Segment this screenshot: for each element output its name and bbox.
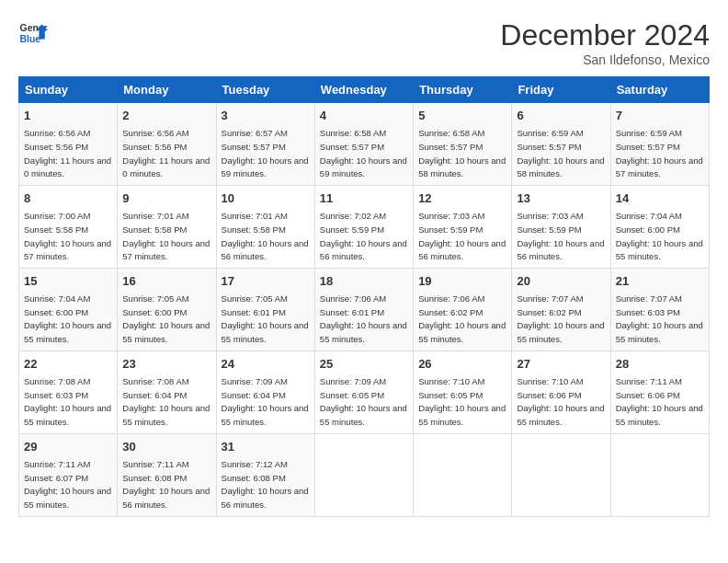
weekday-header-wednesday: Wednesday: [314, 77, 413, 103]
weekday-header-row: SundayMondayTuesdayWednesdayThursdayFrid…: [19, 77, 710, 103]
day-info: Sunrise: 6:56 AMSunset: 5:56 PMDaylight:…: [122, 128, 210, 178]
calendar-cell: 2 Sunrise: 6:56 AMSunset: 5:56 PMDayligh…: [118, 103, 216, 186]
day-info: Sunrise: 7:08 AMSunset: 6:03 PMDaylight:…: [24, 376, 111, 427]
day-info: Sunrise: 7:06 AMSunset: 6:02 PMDaylight:…: [418, 293, 506, 344]
day-number: 1: [24, 108, 112, 124]
day-number: 6: [517, 108, 605, 124]
day-number: 19: [418, 273, 506, 290]
calendar-cell: 31 Sunrise: 7:12 AMSunset: 6:08 PMDaylig…: [216, 433, 314, 516]
day-info: Sunrise: 7:12 AMSunset: 6:08 PMDaylight:…: [222, 459, 309, 510]
calendar-table: SundayMondayTuesdayWednesdayThursdayFrid…: [18, 76, 710, 517]
day-info: Sunrise: 7:05 AMSunset: 6:01 PMDaylight:…: [222, 293, 309, 344]
day-info: Sunrise: 6:58 AMSunset: 5:57 PMDaylight:…: [418, 128, 506, 178]
calendar-week-row: 8 Sunrise: 7:00 AMSunset: 5:58 PMDayligh…: [19, 185, 710, 268]
calendar-cell: 7 Sunrise: 6:59 AMSunset: 5:57 PMDayligh…: [610, 103, 709, 186]
day-info: Sunrise: 7:02 AMSunset: 5:59 PMDaylight:…: [320, 211, 407, 261]
calendar-cell: 24 Sunrise: 7:09 AMSunset: 6:04 PMDaylig…: [216, 350, 314, 433]
calendar-cell: 13 Sunrise: 7:03 AMSunset: 5:59 PMDaylig…: [512, 185, 610, 268]
calendar-cell: 11 Sunrise: 7:02 AMSunset: 5:59 PMDaylig…: [314, 185, 413, 268]
day-info: Sunrise: 7:01 AMSunset: 5:58 PMDaylight:…: [122, 211, 210, 261]
calendar-cell: 26 Sunrise: 7:10 AMSunset: 6:05 PMDaylig…: [414, 350, 512, 433]
weekday-header-saturday: Saturday: [610, 77, 709, 103]
calendar-cell: [314, 433, 413, 516]
day-info: Sunrise: 7:01 AMSunset: 5:58 PMDaylight:…: [222, 211, 309, 261]
day-number: 10: [222, 190, 310, 207]
calendar-cell: 14 Sunrise: 7:04 AMSunset: 6:00 PMDaylig…: [610, 185, 709, 268]
calendar-cell: [414, 433, 512, 516]
day-number: 16: [122, 273, 210, 290]
day-number: 12: [418, 190, 506, 207]
day-number: 20: [517, 273, 605, 290]
location-subtitle: San Ildefonso, Mexico: [500, 52, 710, 67]
calendar-cell: 6 Sunrise: 6:59 AMSunset: 5:57 PMDayligh…: [512, 103, 610, 186]
calendar-cell: 5 Sunrise: 6:58 AMSunset: 5:57 PMDayligh…: [414, 103, 512, 186]
day-info: Sunrise: 7:06 AMSunset: 6:01 PMDaylight:…: [320, 293, 407, 344]
calendar-cell: [512, 433, 610, 516]
page-header: General Blue December 2024 San Ildefonso…: [18, 18, 710, 67]
day-number: 15: [24, 273, 112, 290]
day-number: 8: [24, 190, 112, 207]
day-info: Sunrise: 7:03 AMSunset: 5:59 PMDaylight:…: [418, 211, 506, 261]
day-info: Sunrise: 7:11 AMSunset: 6:07 PMDaylight:…: [24, 459, 111, 510]
day-number: 28: [616, 356, 704, 373]
day-number: 2: [122, 108, 210, 124]
calendar-cell: 20 Sunrise: 7:07 AMSunset: 6:02 PMDaylig…: [512, 268, 610, 350]
calendar-week-row: 29 Sunrise: 7:11 AMSunset: 6:07 PMDaylig…: [19, 433, 710, 516]
day-number: 24: [222, 356, 310, 373]
day-info: Sunrise: 6:59 AMSunset: 5:57 PMDaylight:…: [616, 128, 703, 178]
day-info: Sunrise: 6:56 AMSunset: 5:56 PMDaylight:…: [24, 128, 111, 178]
day-info: Sunrise: 7:07 AMSunset: 6:03 PMDaylight:…: [616, 293, 703, 344]
weekday-header-tuesday: Tuesday: [216, 77, 314, 103]
svg-text:Blue: Blue: [20, 34, 41, 44]
calendar-week-row: 1 Sunrise: 6:56 AMSunset: 5:56 PMDayligh…: [19, 103, 710, 186]
day-number: 7: [616, 108, 704, 124]
day-number: 9: [122, 190, 210, 207]
day-info: Sunrise: 7:09 AMSunset: 6:04 PMDaylight:…: [222, 376, 309, 427]
day-number: 21: [616, 273, 704, 290]
weekday-header-thursday: Thursday: [414, 77, 512, 103]
day-info: Sunrise: 6:58 AMSunset: 5:57 PMDaylight:…: [320, 128, 407, 178]
day-info: Sunrise: 7:05 AMSunset: 6:00 PMDaylight:…: [122, 293, 210, 344]
logo-icon: General Blue: [18, 18, 48, 48]
calendar-cell: 8 Sunrise: 7:00 AMSunset: 5:58 PMDayligh…: [19, 185, 118, 268]
day-number: 5: [418, 108, 506, 124]
weekday-header-monday: Monday: [118, 77, 216, 103]
day-info: Sunrise: 6:59 AMSunset: 5:57 PMDaylight:…: [517, 128, 604, 178]
day-number: 13: [517, 190, 605, 207]
calendar-cell: 10 Sunrise: 7:01 AMSunset: 5:58 PMDaylig…: [216, 185, 314, 268]
calendar-cell: 18 Sunrise: 7:06 AMSunset: 6:01 PMDaylig…: [314, 268, 413, 350]
day-info: Sunrise: 7:11 AMSunset: 6:06 PMDaylight:…: [616, 376, 703, 427]
day-info: Sunrise: 7:03 AMSunset: 5:59 PMDaylight:…: [517, 211, 604, 261]
day-number: 29: [24, 439, 112, 455]
calendar-cell: 27 Sunrise: 7:10 AMSunset: 6:06 PMDaylig…: [512, 350, 610, 433]
calendar-cell: 15 Sunrise: 7:04 AMSunset: 6:00 PMDaylig…: [19, 268, 118, 350]
day-number: 3: [222, 108, 310, 124]
calendar-week-row: 22 Sunrise: 7:08 AMSunset: 6:03 PMDaylig…: [19, 350, 710, 433]
day-info: Sunrise: 7:10 AMSunset: 6:06 PMDaylight:…: [517, 376, 604, 427]
day-number: 4: [320, 108, 408, 124]
day-number: 31: [222, 439, 310, 455]
calendar-cell: 4 Sunrise: 6:58 AMSunset: 5:57 PMDayligh…: [314, 103, 413, 186]
calendar-cell: 19 Sunrise: 7:06 AMSunset: 6:02 PMDaylig…: [414, 268, 512, 350]
weekday-header-friday: Friday: [512, 77, 610, 103]
calendar-cell: 22 Sunrise: 7:08 AMSunset: 6:03 PMDaylig…: [19, 350, 118, 433]
calendar-cell: 3 Sunrise: 6:57 AMSunset: 5:57 PMDayligh…: [216, 103, 314, 186]
calendar-cell: 12 Sunrise: 7:03 AMSunset: 5:59 PMDaylig…: [414, 185, 512, 268]
day-info: Sunrise: 7:04 AMSunset: 6:00 PMDaylight:…: [24, 293, 111, 344]
calendar-cell: 30 Sunrise: 7:11 AMSunset: 6:08 PMDaylig…: [118, 433, 216, 516]
day-number: 22: [24, 356, 112, 373]
day-number: 18: [320, 273, 408, 290]
logo: General Blue: [18, 18, 48, 48]
day-info: Sunrise: 7:11 AMSunset: 6:08 PMDaylight:…: [122, 459, 210, 510]
day-info: Sunrise: 6:57 AMSunset: 5:57 PMDaylight:…: [222, 128, 309, 178]
day-number: 26: [418, 356, 506, 373]
day-number: 27: [517, 356, 605, 373]
calendar-cell: 21 Sunrise: 7:07 AMSunset: 6:03 PMDaylig…: [610, 268, 709, 350]
calendar-cell: 9 Sunrise: 7:01 AMSunset: 5:58 PMDayligh…: [118, 185, 216, 268]
calendar-cell: 1 Sunrise: 6:56 AMSunset: 5:56 PMDayligh…: [19, 103, 118, 186]
day-info: Sunrise: 7:08 AMSunset: 6:04 PMDaylight:…: [122, 376, 210, 427]
day-number: 17: [222, 273, 310, 290]
day-number: 23: [122, 356, 210, 373]
calendar-cell: 16 Sunrise: 7:05 AMSunset: 6:00 PMDaylig…: [118, 268, 216, 350]
day-number: 14: [616, 190, 704, 207]
